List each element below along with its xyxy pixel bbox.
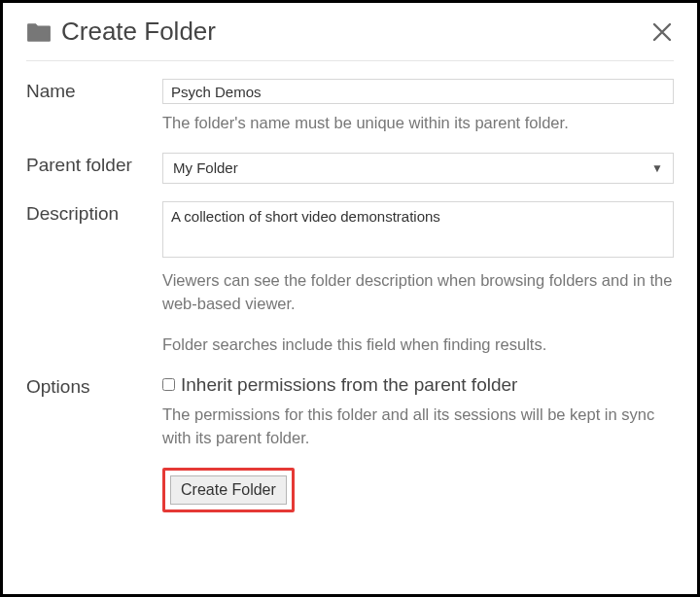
description-hint-1: Viewers can see the folder description w… xyxy=(162,269,674,316)
folder-icon xyxy=(26,21,52,43)
dialog-header: Create Folder xyxy=(26,17,674,61)
description-label: Description xyxy=(26,201,162,225)
parent-folder-value: My Folder xyxy=(173,159,238,176)
inherit-permissions-hint: The permissions for this folder and all … xyxy=(162,404,674,450)
dialog-title: Create Folder xyxy=(61,17,650,47)
name-input[interactable] xyxy=(162,79,674,104)
parent-folder-label: Parent folder xyxy=(26,153,162,176)
close-icon xyxy=(650,20,674,44)
highlight-annotation: Create Folder xyxy=(162,468,295,512)
name-label: Name xyxy=(26,79,162,102)
options-row: Options Inherit permissions from the par… xyxy=(26,374,674,512)
close-button[interactable] xyxy=(650,20,674,44)
create-folder-button[interactable]: Create Folder xyxy=(170,475,287,505)
inherit-permissions-label: Inherit permissions from the parent fold… xyxy=(181,374,517,396)
chevron-down-icon: ▼ xyxy=(651,161,663,175)
parent-folder-select[interactable]: My Folder ▼ xyxy=(162,153,674,184)
parent-folder-row: Parent folder My Folder ▼ xyxy=(26,153,674,184)
inherit-permissions-checkbox[interactable] xyxy=(162,378,175,391)
create-folder-dialog: Create Folder Name The folder's name mus… xyxy=(3,3,697,553)
name-hint: The folder's name must be unique within … xyxy=(162,112,674,135)
description-input[interactable] xyxy=(162,201,674,258)
description-row: Description Viewers can see the folder d… xyxy=(26,201,674,357)
description-hint-2: Folder searches include this field when … xyxy=(162,334,674,357)
options-label: Options xyxy=(26,374,162,398)
name-row: Name The folder's name must be unique wi… xyxy=(26,79,674,135)
